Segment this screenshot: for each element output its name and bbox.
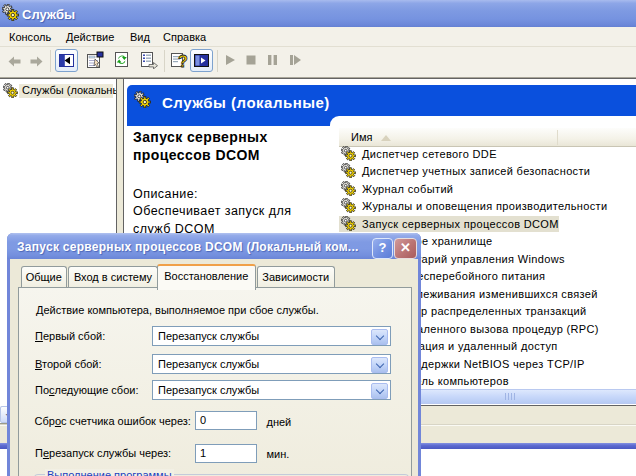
svg-text:?: ? bbox=[178, 53, 188, 70]
